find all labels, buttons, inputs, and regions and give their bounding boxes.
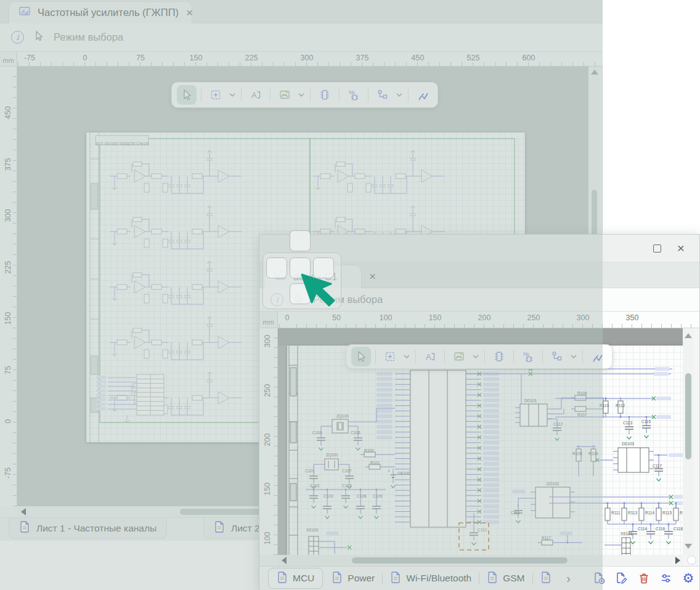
component-label: R113 [628, 511, 637, 515]
component-label: C118 [674, 527, 683, 531]
component-label: C116 [656, 527, 665, 531]
scroll-right-icon[interactable] [675, 557, 680, 564]
scroll-up-icon[interactable] [685, 333, 692, 338]
screen: Частотный усилитель (ГЖПП) × Режим выбор… [0, 0, 700, 590]
ruler-label: 350 [626, 313, 639, 322]
component-label: R115 [662, 511, 672, 515]
sheet-settings-gear-icon[interactable]: ⚙ [679, 569, 698, 588]
component-label: R112 [616, 403, 625, 408]
component-label: C114 [638, 527, 647, 531]
component-label: R111 [611, 511, 621, 515]
delete-sheet-button[interactable] [635, 569, 653, 588]
dock-target-top[interactable] [290, 230, 311, 251]
component-label: C115 [641, 419, 651, 424]
resize-grip-icon[interactable] [687, 556, 696, 565]
rename-sheet-button[interactable] [612, 569, 631, 588]
window-maximize-icon[interactable] [653, 244, 661, 253]
sheet-filter-button[interactable] [657, 569, 675, 588]
window-close-icon[interactable]: × [677, 241, 685, 254]
component-label: R114 [645, 511, 654, 515]
scroll-down-icon[interactable] [685, 544, 692, 549]
drag-cursor-icon [300, 273, 340, 312]
fg-vscroll-thumb[interactable] [685, 373, 691, 459]
fg-vertical-scrollbar[interactable] [683, 328, 694, 555]
component-label: C117 [653, 464, 662, 468]
component-label: DD103 [622, 442, 635, 446]
dock-target-left[interactable] [266, 257, 287, 278]
component-label: C113 [623, 421, 632, 425]
